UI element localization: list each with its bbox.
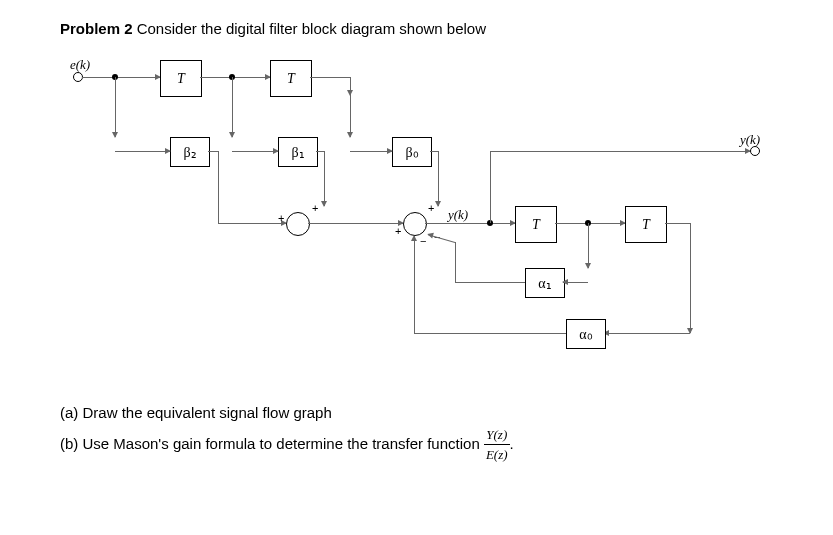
problem-number: Problem 2 (60, 20, 133, 37)
gain-alpha1: α₁ (525, 268, 565, 298)
block-diagram: e(k) T T β₂ β₁ (60, 47, 770, 387)
gain-beta1: β₁ (278, 137, 318, 167)
feedback-delay-1: T (515, 206, 557, 243)
questions: (a) Draw the equivalent signal flow grap… (60, 402, 773, 465)
sum-junction-2 (403, 212, 427, 236)
delay-block-2: T (270, 60, 312, 97)
plus-s2-top: + (428, 202, 434, 214)
question-b: (b) Use Mason's gain formula to determin… (60, 425, 773, 465)
sum-junction-1 (286, 212, 310, 236)
gain-alpha0: α₀ (566, 319, 606, 349)
label-yk: y(k) (740, 132, 760, 148)
gain-beta2: β₂ (170, 137, 210, 167)
gain-beta0: β₀ (392, 137, 432, 167)
delay-block-1: T (160, 60, 202, 97)
transfer-function-fraction: Y(z)E(z) (484, 425, 510, 465)
label-yk-mid: y(k) (448, 207, 468, 223)
feedback-delay-2: T (625, 206, 667, 243)
plus-s2-left: + (395, 225, 401, 237)
plus-s1-left: + (278, 212, 284, 224)
label-ek: e(k) (70, 57, 90, 73)
question-a: (a) Draw the equivalent signal flow grap… (60, 402, 773, 425)
problem-title: Problem 2 Consider the digital filter bl… (60, 20, 773, 37)
problem-text: Consider the digital filter block diagra… (133, 20, 487, 37)
plus-s1-top: + (312, 202, 318, 214)
